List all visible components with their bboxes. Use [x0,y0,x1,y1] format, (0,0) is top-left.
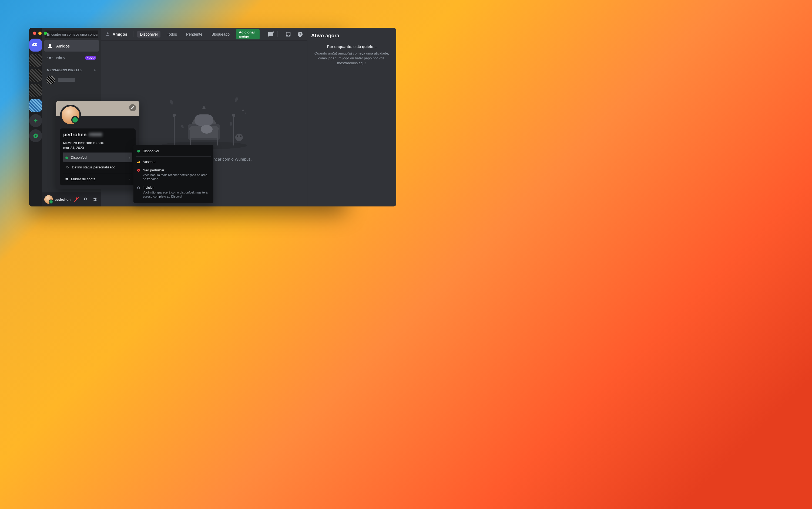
create-dm-button[interactable]: + [93,68,96,73]
status-option-online[interactable]: Disponível [133,147,213,155]
switch-account-row[interactable]: ⇆ Mudar de conta › [63,174,132,184]
dm-section-header: MENSAGENS DIRETAS + [47,68,96,73]
svg-point-13 [169,99,174,105]
status-option-invisible[interactable]: Invisível Você não aparecerá como dispon… [133,183,213,201]
tab-all[interactable]: Todos [164,31,180,37]
svg-point-0 [49,57,51,59]
explore-servers-button[interactable] [29,129,42,142]
invisible-dot-icon [137,186,140,189]
svg-point-8 [189,127,192,130]
status-row[interactable]: Disponível › [63,153,132,162]
online-status-dot-icon [65,157,68,159]
swap-icon: ⇆ [65,177,68,181]
user-avatar[interactable] [44,195,53,204]
nitro-new-badge: NOVO [85,56,96,60]
svg-point-16 [181,124,184,129]
divider [133,31,133,37]
svg-point-7 [232,114,235,117]
svg-point-11 [237,135,238,137]
discord-window: Encontre ou comece uma conver... Amigos … [29,28,346,206]
close-window-button[interactable] [33,32,36,35]
dm-name-redacted [58,78,75,82]
active-now-body: Quando um(a) amigo(a) começa uma ativida… [311,51,376,66]
nitro-nav-label: Nitro [56,56,65,60]
svg-point-14 [234,97,239,102]
online-dot-icon [137,150,140,152]
profile-tag-blurred: #0000 [89,132,102,138]
divider [136,156,211,157]
chevron-right-icon: › [129,156,130,160]
divider [63,173,132,173]
deafen-button[interactable] [82,195,90,203]
status-option-dnd[interactable]: Não perturbar Você não irá mais receber … [133,166,213,183]
window-traffic-lights [33,32,47,35]
tab-pending[interactable]: Pendente [183,31,205,37]
svg-point-5 [201,125,213,134]
server-list [29,28,42,206]
friends-nav[interactable]: Amigos [44,40,99,52]
minimize-window-button[interactable] [38,32,41,35]
add-server-button[interactable] [29,114,42,127]
svg-point-10 [235,134,243,141]
svg-point-15 [230,122,232,126]
maximize-window-button[interactable] [44,32,47,35]
svg-point-18 [245,112,246,114]
profile-popout: pedrohen #0000 MEMBRO DISCORD DESDE mar … [56,101,139,189]
dm-sidebar: Encontre ou comece uma conver... Amigos … [42,28,101,206]
new-group-dm-icon[interactable]: + [268,31,274,37]
svg-point-12 [240,135,242,137]
divider [277,31,278,37]
wumpus-illustration [153,86,255,151]
friend-icon [105,31,110,37]
tab-blocked[interactable]: Bloqueado [209,31,232,37]
svg-point-6 [173,114,176,117]
active-now-panel: Ativo agora Por enquanto, está quieto...… [307,28,376,206]
mute-mic-button[interactable] [72,195,81,203]
edit-profile-button[interactable] [129,104,136,111]
profile-card: pedrohen #0000 MEMBRO DISCORD DESDE mar … [60,129,135,185]
member-since-date: mar 24, 2020 [63,146,132,153]
friends-tabs: Disponível Todos Pendente Bloqueado Adic… [137,29,259,39]
idle-moon-icon [137,161,140,163]
user-name: pedrohen [55,198,71,202]
profile-username: pedrohen #0000 [63,132,132,138]
svg-point-17 [242,109,244,111]
friends-nav-label: Amigos [56,44,70,48]
friends-title: Amigos [113,32,127,36]
smile-icon: ☺ [65,165,69,169]
status-submenu: Disponível Ausente Não perturbar Você nã… [133,145,213,203]
active-now-subtitle: Por enquanto, está quieto... [311,44,376,49]
active-now-title: Ativo agora [311,33,376,39]
user-bar[interactable]: pedrohen [42,193,101,206]
find-conversation-input[interactable]: Encontre ou comece uma conver... [45,31,98,38]
svg-rect-4 [194,114,213,126]
custom-status-row[interactable]: ☺ Definir status personalizado [63,162,132,172]
friends-topbar: Amigos Disponível Todos Pendente Bloquea… [101,28,307,41]
dm-item[interactable] [44,74,99,86]
member-since-label: MEMBRO DISCORD DESDE [63,141,132,145]
server-item[interactable] [29,54,42,67]
tab-online[interactable]: Disponível [137,31,160,37]
server-item[interactable] [29,69,42,82]
current-status-label: Disponível [71,156,87,160]
settings-button[interactable] [91,195,99,203]
help-icon[interactable] [297,31,303,37]
home-button[interactable] [29,39,42,52]
add-friend-button[interactable]: Adicionar amigo [236,29,259,39]
server-item[interactable] [29,84,42,97]
avatar [46,75,55,84]
server-item[interactable] [29,99,42,112]
inbox-icon[interactable] [285,31,291,37]
svg-point-9 [216,127,219,130]
chevron-right-icon: › [129,177,130,181]
status-option-idle[interactable]: Ausente [133,158,213,166]
dnd-dot-icon [137,169,140,172]
profile-avatar [60,105,81,126]
nitro-nav[interactable]: Nitro NOVO [44,52,99,63]
